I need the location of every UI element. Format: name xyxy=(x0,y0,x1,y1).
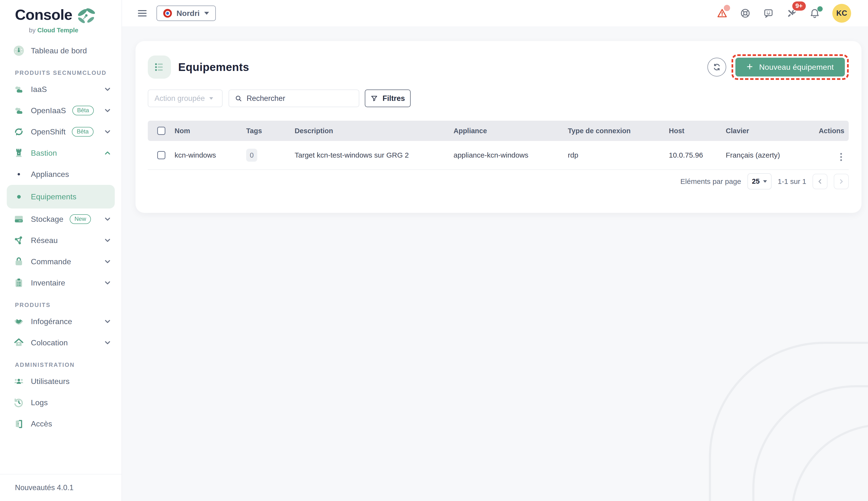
bulk-action-label: Action groupée xyxy=(155,94,205,103)
chevron-down-icon xyxy=(103,106,112,115)
refresh-button[interactable] xyxy=(707,58,726,76)
chevron-down-icon xyxy=(103,338,112,347)
sidebar-item-inventaire[interactable]: Inventaire xyxy=(0,272,122,294)
logo-wordmark: Console xyxy=(15,7,72,22)
chevron-down-icon xyxy=(103,236,112,245)
bulk-action-select[interactable]: Action groupée xyxy=(148,89,222,107)
tenant-selector[interactable]: Nordri xyxy=(156,6,216,21)
notification-dot-badge xyxy=(817,6,823,12)
alerts-button[interactable] xyxy=(717,8,728,19)
caret-down-icon xyxy=(763,180,767,183)
sidebar-item-bastion[interactable]: Bastion xyxy=(0,142,122,164)
new-badge: New xyxy=(70,214,91,224)
column-header-host: Host xyxy=(669,127,726,135)
row-checkbox[interactable] xyxy=(157,151,165,159)
user-avatar[interactable]: KC xyxy=(832,4,851,23)
sidebar-item-stockage[interactable]: Stockage New xyxy=(0,209,122,230)
sidebar-item-openshift[interactable]: OpenShift Bêta xyxy=(0,121,122,142)
logo-byline-prefix: by xyxy=(29,26,35,34)
chat-feedback-icon xyxy=(763,8,774,19)
french-cockade-icon xyxy=(163,9,172,18)
previous-page-button[interactable] xyxy=(813,174,827,189)
topbar: Nordri xyxy=(122,0,868,27)
cell-type-connexion: rdp xyxy=(568,151,669,159)
support-button[interactable] xyxy=(740,8,751,19)
tenant-name: Nordri xyxy=(176,9,200,18)
sidebar-item-logs[interactable]: Logs xyxy=(0,392,122,413)
chevron-up-icon xyxy=(103,149,112,157)
section-label-administration: ADMINISTRATION xyxy=(0,362,122,368)
bullet-icon xyxy=(13,173,24,175)
notifications-button[interactable] xyxy=(809,8,820,19)
plus-icon: + xyxy=(747,61,753,72)
filters-button[interactable]: Filtres xyxy=(365,89,410,107)
server-icon xyxy=(13,214,24,225)
list-icon xyxy=(148,55,171,79)
whats-new-link[interactable]: Nouveautés 4.0.1 xyxy=(0,474,122,501)
history-clock-icon xyxy=(13,397,24,408)
funnel-icon xyxy=(370,95,378,102)
caret-down-icon xyxy=(209,97,213,100)
new-equipment-button[interactable]: + Nouveau équipement xyxy=(735,58,845,76)
equipements-table: Nom Tags Description Appliance Type de c… xyxy=(148,121,849,170)
chevron-right-icon xyxy=(838,178,845,185)
whats-new-label: Nouveautés 4.0.1 xyxy=(15,483,74,492)
annotation-highlight: + Nouveau équipement xyxy=(732,54,849,80)
sidebar-item-reseau[interactable]: Réseau xyxy=(0,230,122,251)
sidebar-subitem-equipements[interactable]: Equipements xyxy=(7,185,115,209)
sidebar-item-acces[interactable]: Accès xyxy=(0,413,122,434)
sidebar-item-label: OpenIaaS xyxy=(31,106,66,115)
column-header-description: Description xyxy=(295,127,453,135)
sidebar-item-openiaas[interactable]: OpenIaaS Bêta xyxy=(0,100,122,121)
lifebuoy-icon xyxy=(740,8,751,19)
sidebar-item-dashboard[interactable]: Tableau de bord xyxy=(0,40,122,61)
select-all-checkbox[interactable] xyxy=(157,127,165,135)
app-logo[interactable]: Console by xyxy=(0,0,122,36)
page-range: 1-1 sur 1 xyxy=(778,177,806,185)
column-header-appliance: Appliance xyxy=(453,127,568,135)
tickets-button[interactable]: 9+ xyxy=(786,8,797,19)
beta-badge: Bêta xyxy=(72,106,94,115)
sidebar-item-label: OpenShift xyxy=(31,127,66,136)
column-header-clavier: Clavier xyxy=(726,127,812,135)
hamburger-icon[interactable] xyxy=(138,9,146,18)
page-title: Equipements xyxy=(178,61,249,74)
sidebar-item-commande[interactable]: Commande xyxy=(0,251,122,272)
search-input[interactable] xyxy=(247,94,353,103)
page-size-select[interactable]: 25 xyxy=(747,173,771,190)
cell-appliance: appliance-kcn-windows xyxy=(453,151,568,159)
sidebar-item-label: Stockage xyxy=(31,215,63,224)
kebab-menu-icon[interactable] xyxy=(838,151,844,162)
sidebar-item-iaas[interactable]: IaaS xyxy=(0,79,122,100)
sidebar-item-label: Appliances xyxy=(31,170,69,179)
sidebar-item-colocation[interactable]: Colocation xyxy=(0,332,122,353)
gauge-icon xyxy=(13,45,24,56)
dragonfly-logo-icon xyxy=(75,8,96,28)
column-header-actions: Actions xyxy=(812,127,848,135)
table-row[interactable]: kcn-windows 0 Target kcn-test-windows su… xyxy=(148,141,849,170)
shopping-bag-icon xyxy=(13,256,24,267)
table-header-row: Nom Tags Description Appliance Type de c… xyxy=(148,121,849,141)
chevron-down-icon xyxy=(103,257,112,266)
logo-byline: Cloud Temple xyxy=(37,26,78,34)
next-page-button[interactable] xyxy=(834,174,849,189)
refresh-icon xyxy=(712,63,722,72)
tags-count-badge: 0 xyxy=(246,149,257,162)
handshake-icon xyxy=(13,316,24,327)
new-equipment-label: Nouveau équipement xyxy=(759,63,834,72)
sidebar-nav: Tableau de bord PRODUITS SECNUMCLOUD Iaa… xyxy=(0,36,122,434)
alert-dot-badge xyxy=(724,5,730,11)
column-header-type-connexion: Type de connexion xyxy=(568,127,669,135)
cell-description: Target kcn-test-windows sur GRG 2 xyxy=(295,151,453,159)
sidebar-item-label: Equipements xyxy=(31,192,76,201)
sidebar-item-infogerance[interactable]: Infogérance xyxy=(0,311,122,332)
feedback-button[interactable] xyxy=(763,8,774,19)
castle-tower-icon xyxy=(13,148,24,159)
search-icon xyxy=(235,94,242,103)
chevron-down-icon xyxy=(103,317,112,326)
tickets-count-badge: 9+ xyxy=(792,1,806,11)
sidebar-item-utilisateurs[interactable]: Utilisateurs xyxy=(0,371,122,392)
chevron-down-icon xyxy=(103,278,112,287)
sidebar-subitem-appliances[interactable]: Appliances xyxy=(0,164,122,185)
bullet-icon xyxy=(13,195,24,199)
